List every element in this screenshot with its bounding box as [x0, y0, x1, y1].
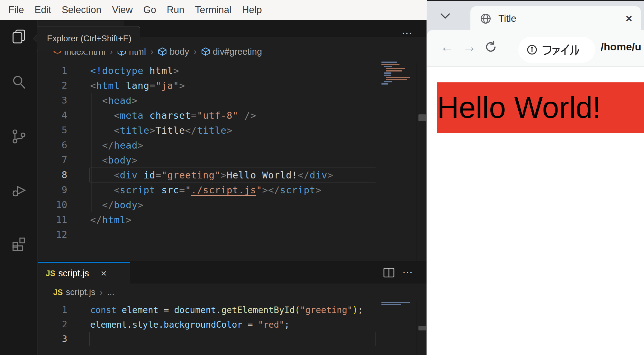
- code-token: Hello World!: [226, 170, 298, 181]
- split-editor-icon[interactable]: [383, 267, 395, 279]
- extensions-icon[interactable]: [11, 236, 27, 252]
- code-line[interactable]: </body>: [89, 197, 376, 212]
- breadcrumb-separator: ›: [150, 46, 153, 57]
- line-number: 3: [38, 93, 67, 108]
- code-token: script: [280, 185, 315, 196]
- code-token: >: [328, 170, 334, 181]
- minimap[interactable]: [381, 302, 419, 306]
- reload-icon[interactable]: [484, 40, 498, 54]
- code-line[interactable]: <title>Title</title>: [89, 123, 376, 138]
- menu-item-file[interactable]: File: [3, 0, 29, 20]
- breadcrumb-item[interactable]: JSscript.js: [53, 287, 96, 297]
- menu-item-edit[interactable]: Edit: [29, 0, 56, 20]
- line-number: 7: [38, 153, 67, 168]
- breadcrumb-item[interactable]: div#greeting: [201, 47, 262, 57]
- explorer-icon[interactable]: [11, 29, 27, 44]
- menu-item-help[interactable]: Help: [237, 0, 267, 20]
- source-control-icon[interactable]: [11, 129, 27, 144]
- line-number: 8: [38, 168, 67, 182]
- menu-item-terminal[interactable]: Terminal: [190, 0, 237, 20]
- tab-strip-bottom: JS script.js × ⋯: [38, 262, 427, 284]
- tab-close-icon[interactable]: ×: [626, 12, 632, 25]
- line-number: 2: [38, 78, 67, 93]
- run-and-debug-icon[interactable]: [11, 183, 27, 198]
- code-editor-html[interactable]: <!doctype html><html lang="ja"> <head> <…: [89, 63, 376, 242]
- code-line[interactable]: </head>: [89, 138, 376, 153]
- scrollbar-thumb[interactable]: [418, 326, 426, 330]
- code-line[interactable]: element.style.backgroundColor = "red";: [89, 317, 376, 332]
- code-editor-js[interactable]: const element = document.getElementById(…: [89, 302, 376, 346]
- breadcrumb: JSscript.js›...: [38, 284, 427, 301]
- scrollbar-thumb[interactable]: [418, 114, 426, 121]
- code-line[interactable]: <html lang="ja">: [89, 78, 376, 93]
- back-icon[interactable]: ←: [440, 39, 454, 54]
- menu-item-view[interactable]: View: [107, 0, 138, 20]
- breadcrumb-item[interactable]: ...: [107, 287, 114, 297]
- globe-favicon: [480, 13, 492, 25]
- greeting-div: Hello World!: [437, 82, 644, 133]
- code-line[interactable]: <!doctype html>: [89, 63, 376, 78]
- browser-tab-title: Title: [498, 13, 626, 24]
- line-number: 1: [38, 63, 67, 78]
- menu-item-selection[interactable]: Selection: [56, 0, 107, 20]
- code-line[interactable]: </html>: [89, 212, 376, 227]
- code-token: "ja": [156, 80, 179, 91]
- code-line[interactable]: <script src="./script.js"></script>: [89, 182, 376, 197]
- code-token: ;: [358, 305, 363, 315]
- code-token: .: [158, 320, 164, 330]
- scrollbar-separator: [417, 301, 417, 355]
- editor-actions-more-icon[interactable]: ⋯: [402, 266, 414, 278]
- tab-close-icon[interactable]: ×: [101, 268, 107, 279]
- code-line[interactable]: <meta charset="utf-8" />: [89, 108, 376, 123]
- browser-tab[interactable]: Title ×: [470, 6, 641, 31]
- search-icon[interactable]: [11, 75, 27, 90]
- code-token: <: [114, 185, 120, 196]
- menu-item-go[interactable]: Go: [138, 0, 161, 20]
- breadcrumb-item[interactable]: body: [158, 47, 189, 57]
- minimap[interactable]: [381, 62, 419, 85]
- code-token: >: [132, 155, 138, 166]
- code-token: id: [138, 170, 156, 181]
- code-line[interactable]: [89, 332, 376, 346]
- code-line[interactable]: const element = document.getElementById(…: [89, 302, 376, 317]
- code-token: .: [216, 305, 222, 315]
- symbol-cube-icon: [158, 47, 167, 56]
- code-token: [90, 125, 114, 136]
- file-chip-kana-art: [542, 44, 579, 56]
- code-token: backgroundColor: [164, 320, 242, 330]
- code-line[interactable]: <body>: [89, 153, 376, 168]
- code-token: element: [90, 320, 127, 330]
- breadcrumb-separator: ›: [100, 287, 103, 297]
- code-token: "greeting": [300, 305, 352, 315]
- code-token: element: [122, 305, 158, 315]
- code-line[interactable]: <div id="greeting">Hello World!</div>: [89, 168, 376, 182]
- breadcrumb-separator: ›: [194, 46, 197, 57]
- editor-region: <> index.html × ⋯ <>index.html›html›body…: [37, 20, 427, 355]
- code-token: head: [108, 95, 132, 106]
- tab-search-chevron-icon[interactable]: [440, 12, 451, 20]
- code-token: <: [114, 125, 120, 136]
- code-token: [90, 185, 114, 196]
- minimap-line: [381, 83, 388, 85]
- breadcrumb-label: div#greeting: [213, 47, 262, 57]
- code-line[interactable]: [89, 227, 376, 242]
- code-token: <: [114, 110, 120, 121]
- minimap-line: [384, 72, 391, 74]
- breadcrumb-label: body: [170, 47, 189, 57]
- vscode-window: FileEditSelectionViewGoRunTerminalHelp: [0, 0, 427, 355]
- line-number: 11: [38, 212, 67, 227]
- tab-script-js[interactable]: JS script.js ×: [38, 262, 130, 284]
- code-token: =: [150, 80, 156, 91]
- site-info-chip[interactable]: ファイル: [518, 37, 595, 63]
- code-token: <: [90, 80, 96, 91]
- code-line[interactable]: <head>: [89, 93, 376, 108]
- code-token: <: [102, 155, 108, 166]
- line-number: 1: [38, 302, 67, 317]
- code-token: />: [245, 110, 256, 121]
- line-numbers: 123: [38, 302, 67, 346]
- code-token: <: [102, 95, 108, 106]
- code-token: >: [132, 95, 138, 106]
- menu-item-run[interactable]: Run: [161, 0, 190, 20]
- forward-icon[interactable]: →: [463, 39, 476, 54]
- address-url[interactable]: /home/u: [601, 41, 641, 53]
